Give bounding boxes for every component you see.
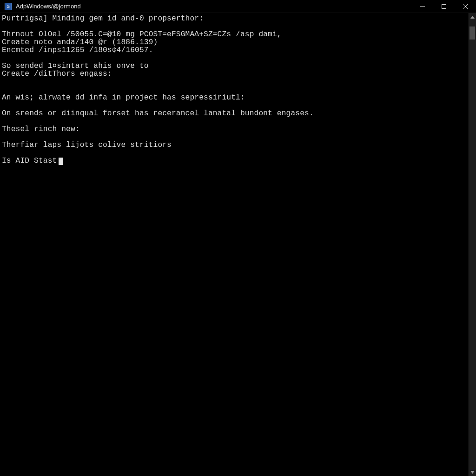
terminal-line	[2, 86, 467, 94]
maximize-icon	[442, 4, 446, 9]
terminal-line: Encmted /inps11265 /180s¢4/16057.	[2, 46, 467, 54]
minimize-icon	[420, 4, 425, 9]
terminal-line: On srends or diinqual forset has receran…	[2, 110, 467, 118]
minimize-button[interactable]	[412, 0, 433, 13]
terminal-line: Thrnout OlOel /50055.C=@10 mg PCOST=eFSG…	[2, 31, 467, 39]
terminal-line: Thesel rinch new:	[2, 126, 467, 133]
terminal-line: Therfiar laps lijots colive stritiors	[2, 141, 467, 149]
scroll-down-button[interactable]	[469, 468, 476, 476]
terminal-line	[2, 118, 467, 126]
maximize-button[interactable]	[433, 0, 455, 13]
terminal-line	[2, 133, 467, 141]
scrollbar-track[interactable]	[469, 21, 476, 468]
terminal-line: So sended 1¤sintart ahis onve to	[2, 62, 467, 70]
scrollbar-thumb[interactable]	[469, 26, 475, 40]
terminal-line: An wis; alrwate dd infa in project has s…	[2, 94, 467, 102]
close-icon	[463, 4, 468, 9]
chevron-down-icon	[470, 471, 475, 474]
scroll-up-button[interactable]	[469, 13, 476, 21]
terminal-line: Create /ditThors engass:	[2, 70, 467, 78]
terminal-window: ≥ AdpWindows/@jormond Purtrigsa] Minding…	[0, 0, 476, 476]
client-area: Purtrigsa] Minding gem id and-0 propsert…	[0, 13, 476, 476]
terminal-line: Create noto anda/140 @r (1886.139)	[2, 39, 467, 46]
terminal-line	[2, 78, 467, 86]
terminal-line: Purtrigsa] Minding gem id and-0 propsert…	[2, 15, 467, 23]
terminal-output[interactable]: Purtrigsa] Minding gem id and-0 propsert…	[0, 13, 468, 476]
close-button[interactable]	[455, 0, 476, 13]
vertical-scrollbar[interactable]	[468, 13, 476, 476]
terminal-prompt-text: Is AID Stast	[2, 157, 57, 165]
app-icon-glyph: ≥	[7, 4, 10, 9]
window-controls	[412, 0, 476, 13]
terminal-line	[2, 102, 467, 110]
chevron-up-icon	[470, 16, 475, 19]
app-icon: ≥	[5, 3, 12, 10]
terminal-line	[2, 149, 467, 157]
terminal-prompt-line[interactable]: Is AID Stast	[2, 157, 467, 165]
terminal-cursor	[59, 158, 63, 165]
svg-rect-0	[442, 4, 446, 8]
terminal-line	[2, 54, 467, 62]
terminal-line	[2, 23, 467, 31]
titlebar[interactable]: ≥ AdpWindows/@jormond	[0, 0, 476, 13]
window-title: AdpWindows/@jormond	[16, 3, 81, 10]
